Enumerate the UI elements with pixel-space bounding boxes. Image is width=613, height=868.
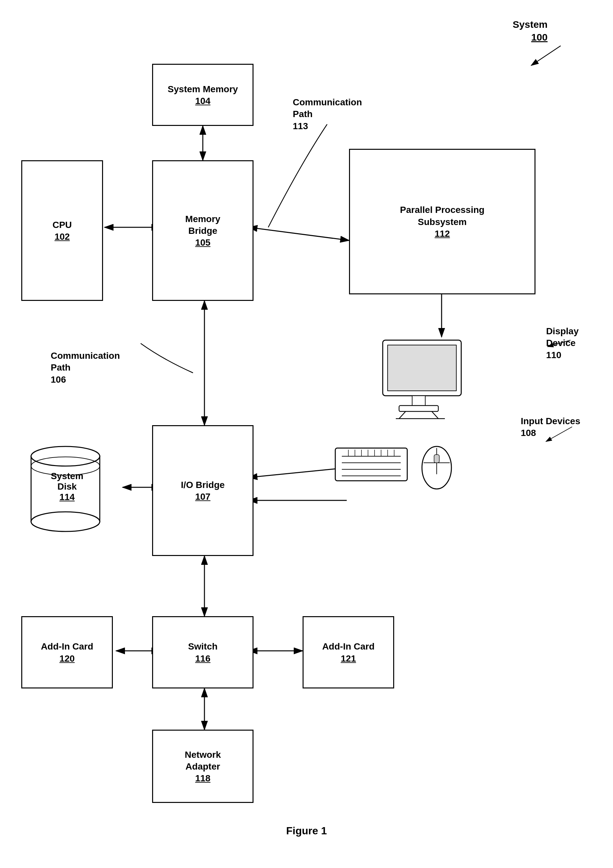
network-adapter-label: NetworkAdapter [185,749,221,773]
system-disk-label: SystemDisk [21,471,113,492]
svg-line-42 [546,427,572,442]
svg-line-23 [548,340,571,347]
comm-path-106-label: CommunicationPath 106 [51,350,120,386]
add-in-card-120-number: 120 [59,653,75,664]
svg-rect-18 [412,396,425,406]
memory-bridge-box: MemoryBridge 105 [152,160,253,301]
memory-bridge-label: MemoryBridge [185,213,220,237]
cpu-box: CPU 102 [21,160,103,301]
pps-box: Parallel ProcessingSubsystem 112 [349,149,535,294]
svg-line-14 [531,46,561,65]
network-adapter-box: NetworkAdapter 118 [152,730,253,803]
io-bridge-label: I/O Bridge [181,479,225,491]
system-label: System Memory System 100 [512,18,548,44]
system-memory-number: 104 [195,96,211,106]
svg-rect-41 [434,455,439,463]
diagram: System Memory System 100 System Memory 1… [0,0,613,868]
add-in-card-121-label: Add-In Card [322,641,374,653]
svg-rect-17 [388,345,456,391]
system-memory-label: System Memory [168,84,238,95]
input-devices-arrow [539,422,582,448]
svg-line-21 [432,411,438,418]
svg-rect-19 [399,406,438,411]
add-in-card-120-box: Add-In Card 120 [21,616,113,688]
comm-path-113-label: CommunicationPath 113 [293,96,362,132]
memory-bridge-number: 105 [195,237,211,248]
svg-point-46 [31,512,100,532]
io-bridge-number: 107 [195,491,211,502]
cpu-label: CPU [52,219,71,231]
io-bridge-box: I/O Bridge 107 [152,425,253,556]
svg-line-4 [248,227,349,240]
switch-box: Switch 116 [152,616,253,688]
svg-line-8 [248,468,347,477]
keyboard-icon [334,445,425,487]
cpu-number: 102 [54,231,70,242]
system-disk-label-container: SystemDisk 114 [21,471,113,502]
switch-label: Switch [188,641,217,653]
figure-caption: Figure 1 [0,825,613,837]
svg-point-45 [31,446,100,466]
system-disk-number: 114 [21,492,113,502]
mouse-icon [419,438,455,491]
svg-line-20 [399,411,406,418]
pps-label: Parallel ProcessingSubsystem [400,204,484,228]
switch-number: 116 [195,653,211,664]
network-adapter-number: 118 [195,773,211,784]
add-in-card-121-number: 121 [341,653,356,664]
system-arrow [521,42,571,69]
system-memory-box: System Memory 104 [152,64,253,126]
pps-number: 112 [435,229,450,239]
add-in-card-121-box: Add-In Card 121 [303,616,394,688]
display-arrow [541,330,580,350]
monitor-icon [376,337,474,422]
add-in-card-120-label: Add-In Card [41,641,93,653]
